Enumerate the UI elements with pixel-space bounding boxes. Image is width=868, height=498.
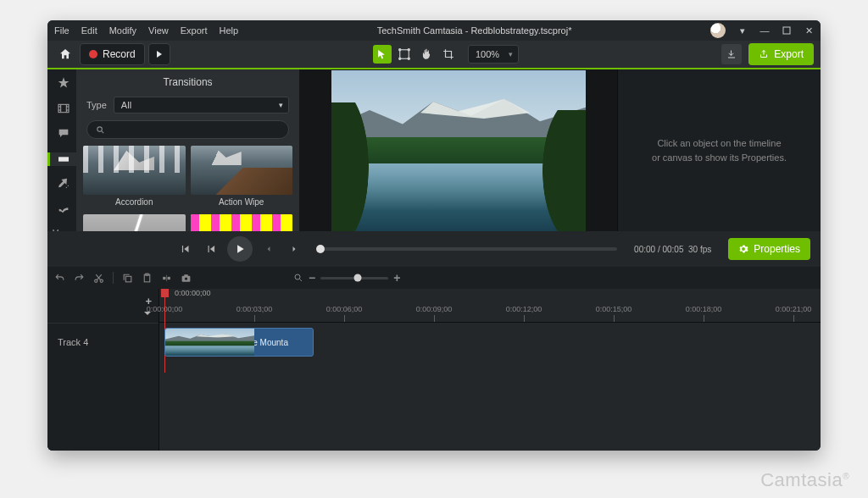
properties-label: Properties (754, 243, 800, 255)
canvas-area (300, 69, 617, 231)
thumb-label: Accordion (83, 195, 186, 209)
rail-favorites[interactable] (47, 76, 76, 90)
search-input[interactable] (86, 120, 289, 139)
copy-button[interactable] (122, 273, 133, 284)
timeline-ruler[interactable]: 0:00:00;00 0:00:00;000:00:03;000:00:06;0… (159, 289, 821, 323)
canvas-frame[interactable] (331, 70, 586, 231)
crop-tool-icon[interactable] (439, 45, 458, 64)
panel-title: Transitions (76, 69, 299, 93)
svg-rect-20 (184, 274, 187, 276)
menu-view[interactable]: View (148, 25, 169, 36)
toolbar-right: Export (721, 43, 814, 65)
svg-rect-16 (163, 276, 165, 279)
export-button[interactable]: Export (748, 43, 814, 65)
clip-thumbnail (165, 329, 208, 356)
rail-media[interactable] (47, 102, 76, 115)
properties-panel: Click an object on the timeline or canva… (617, 69, 821, 231)
menu-edit[interactable]: Edit (81, 25, 97, 36)
svg-point-2 (399, 49, 401, 51)
ruler-tick-label: 0:00:15;00 (596, 305, 632, 313)
undo-button[interactable] (54, 273, 65, 284)
cut-button[interactable] (93, 273, 104, 284)
minimize-icon[interactable]: — (760, 25, 770, 36)
rail-behaviors[interactable] (47, 178, 76, 191)
split-button[interactable] (161, 273, 172, 284)
zoom-slider-thumb[interactable] (354, 274, 362, 282)
screenshot-button[interactable] (181, 273, 192, 284)
playback-scrubber[interactable] (320, 247, 617, 251)
svg-point-3 (408, 49, 409, 51)
titlebar: File Edit Modify View Export Help TechSm… (47, 20, 821, 41)
zoom-value: 100% (476, 49, 499, 59)
zoom-slider[interactable] (320, 277, 388, 279)
step-back-button[interactable] (202, 240, 220, 258)
svg-point-19 (185, 277, 187, 279)
svg-rect-1 (400, 50, 409, 59)
timeline-tracks[interactable]: Braies Lake Mounta (159, 323, 821, 451)
ruler-tick-label: 0:00:09;00 (416, 305, 453, 313)
prev-marker-button[interactable] (259, 240, 278, 258)
timeline-clip[interactable]: Braies Lake Mounta (164, 328, 314, 357)
prev-frame-button[interactable] (176, 240, 195, 258)
menu-export[interactable]: Export (181, 25, 208, 36)
menu-file[interactable]: File (54, 25, 70, 36)
pan-tool-icon[interactable] (417, 45, 436, 64)
svg-rect-6 (58, 104, 69, 112)
app-window: File Edit Modify View Export Help TechSm… (47, 20, 821, 451)
play-button[interactable] (227, 236, 253, 262)
svg-point-9 (67, 185, 68, 186)
ruler-tick-label: 0:00:18;00 (686, 305, 722, 313)
track-header[interactable]: Track 4 (47, 323, 159, 360)
timeline-body[interactable]: 0:00:00;00 0:00:00;000:00:03;000:00:06;0… (159, 289, 821, 451)
menu-bar: File Edit Modify View Export Help (54, 25, 238, 36)
svg-rect-7 (58, 157, 69, 161)
user-avatar[interactable] (710, 23, 726, 38)
main-area: More Transitions Type All Accordion (47, 69, 821, 231)
transition-accordion[interactable]: Accordion (83, 146, 186, 209)
svg-point-21 (295, 274, 300, 279)
home-button[interactable] (54, 43, 76, 65)
svg-point-8 (65, 187, 66, 188)
avatar-dropdown-icon[interactable]: ▾ (737, 25, 748, 36)
next-marker-button[interactable] (285, 240, 303, 258)
close-icon[interactable]: ✕ (804, 25, 814, 36)
maximize-icon[interactable] (782, 25, 792, 36)
watermark: Camtasia® (760, 469, 849, 491)
type-value: All (121, 100, 131, 110)
paste-button[interactable] (142, 273, 153, 284)
rail-cursor[interactable] (47, 203, 76, 217)
zoom-in-button[interactable]: + (393, 271, 400, 285)
tool-rail: More (47, 69, 76, 231)
zoom-select[interactable]: 100% (468, 45, 519, 64)
transition-angled-line-wipe[interactable]: Angled Line Wipe (83, 214, 186, 231)
properties-placeholder: Click an object on the timeline or canva… (652, 136, 787, 164)
preview-image (331, 70, 586, 231)
download-button[interactable] (721, 44, 742, 64)
transition-action-wipe[interactable]: Action Wipe (191, 146, 293, 209)
svg-rect-0 (783, 27, 790, 34)
playback-time: 00:00 / 00:05 30 fps (634, 245, 711, 254)
scrubber-thumb[interactable] (316, 245, 325, 253)
rail-annotations[interactable] (47, 127, 76, 141)
timeline-toolbar: − + (47, 267, 821, 289)
properties-button[interactable]: Properties (728, 238, 810, 260)
rail-transitions[interactable] (47, 152, 76, 166)
zoom-fit-icon[interactable] (293, 273, 303, 283)
type-label: Type (86, 100, 107, 110)
resize-tool-icon[interactable] (395, 45, 414, 64)
select-tool-icon[interactable] (373, 45, 392, 64)
transition-angled-sliders[interactable]: Angled Sliders (191, 214, 293, 231)
type-select[interactable]: All (114, 97, 289, 113)
window-title: TechSmith Camtasia - Redblobstrategy.tsc… (238, 25, 710, 36)
record-button[interactable]: Record (80, 43, 145, 65)
record-next-button[interactable] (148, 43, 170, 65)
svg-point-5 (408, 58, 409, 59)
menu-help[interactable]: Help (220, 25, 239, 36)
svg-rect-17 (168, 276, 170, 279)
canvas-viewport[interactable] (300, 69, 617, 231)
ruler-tick-label: 0:00:21;00 (776, 305, 812, 313)
redo-button[interactable] (74, 273, 85, 284)
menu-modify[interactable]: Modify (109, 25, 136, 36)
thumb-label: Action Wipe (191, 195, 293, 209)
zoom-out-button[interactable]: − (309, 271, 315, 285)
